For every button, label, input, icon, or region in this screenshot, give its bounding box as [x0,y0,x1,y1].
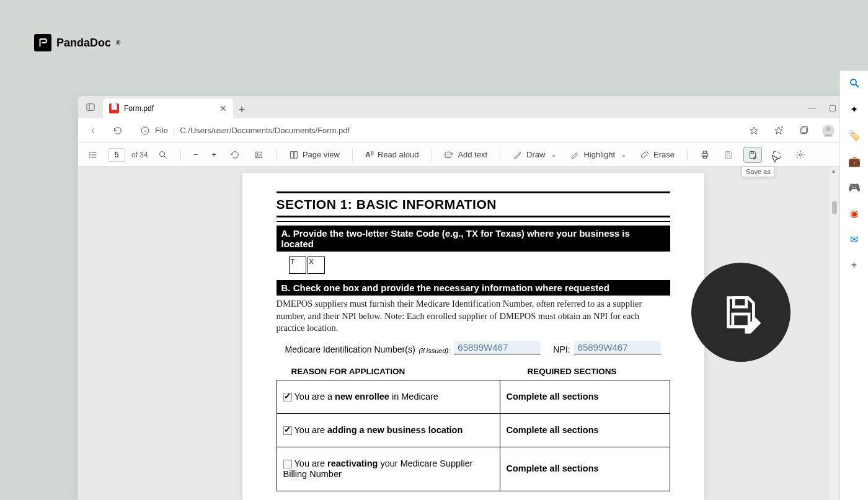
scroll-thumb[interactable] [832,201,837,214]
checkbox[interactable] [283,393,292,401]
svg-point-15 [89,154,90,155]
mid-sublabel: (if issued): [419,347,451,354]
svg-rect-27 [702,153,707,156]
contents-icon[interactable] [84,147,102,162]
office-icon[interactable]: ◉ [848,207,861,219]
required-sections: Complete all sections [507,392,599,401]
svg-rect-0 [87,104,94,111]
profile-avatar[interactable] [820,122,837,139]
tab-close-icon[interactable]: ✕ [219,103,227,113]
svg-rect-32 [751,151,753,153]
print-icon[interactable] [696,147,714,162]
paragraph-b: DMEPOS suppliers must furnish their Medi… [277,298,670,335]
scroll-up-icon[interactable]: ▲ [831,168,836,174]
refresh-button[interactable] [109,122,126,139]
search-icon[interactable] [848,77,861,89]
svg-point-17 [159,151,164,156]
column-headers: REASON FOR APPLICATION REQUIRED SECTIONS [277,367,670,376]
svg-point-36 [851,79,856,85]
pdf-toolbar: of 34 − + Page view A)) Read aloud T Add… [78,143,868,167]
svg-rect-31 [727,156,730,158]
shopping-icon[interactable]: 🏷️ [848,129,861,141]
settings-icon[interactable] [792,147,809,162]
tools-icon[interactable]: 💼 [848,155,861,167]
rotate-icon[interactable] [226,147,244,162]
required-sections: Complete all sections [507,463,599,473]
page-number-input[interactable] [108,148,125,162]
pdf-page: SECTION 1: BASIC INFORMATION A. Provide … [242,173,704,500]
state-box-1[interactable]: T [289,257,306,274]
tab-title: Form.pdf [124,104,154,113]
identifier-fields: Medicare Identification Number(s) (if is… [277,341,670,354]
checkbox[interactable] [283,460,292,468]
svg-rect-28 [703,151,706,153]
bar-a: A. Provide the two-letter State Code (e.… [277,226,670,252]
npi-value[interactable]: 65899W467 [574,341,661,354]
pandadoc-logo-text: PandaDoc [56,37,111,50]
tab-active[interactable]: Form.pdf ✕ [103,99,233,118]
highlight-button[interactable]: Highlight ⌄ [566,147,630,162]
address-bar[interactable]: File | C:/Users/user/Documents/Documents… [134,126,738,136]
state-box-2[interactable]: X [308,257,325,274]
pandadoc-logo: PandaDoc ® [34,34,120,51]
section-title: SECTION 1: BASIC INFORMATION [277,197,670,212]
svg-rect-29 [703,156,706,158]
required-sections: Complete all sections [507,425,599,435]
find-icon[interactable] [154,147,172,162]
info-icon [140,126,150,136]
discover-icon[interactable]: ✦ [848,103,861,115]
window-maximize[interactable]: ▢ [829,103,836,112]
fullscreen-icon[interactable] [768,147,786,162]
save-icon[interactable] [720,147,737,162]
favorite-this-icon[interactable] [745,122,763,139]
chevron-down-icon: ⌄ [551,151,556,158]
application-table: You are a new enrollee in Medicare Compl… [277,380,670,491]
back-button[interactable] [84,122,102,139]
outlook-icon[interactable]: ✉ [848,233,861,245]
sidebar-toggle-icon[interactable] [83,100,98,115]
browser-window: Form.pdf ✕ + — ▢ ✕ File | C:/Users/user/… [78,96,868,500]
svg-point-10 [826,126,830,131]
svg-point-14 [89,152,90,152]
draw-button[interactable]: Draw ⌄ [509,147,560,162]
zoom-out-button[interactable]: − [190,147,202,162]
svg-rect-34 [733,298,746,307]
svg-rect-30 [727,151,729,153]
svg-point-16 [89,157,90,157]
save-illustration [691,263,790,362]
table-row: You are reactivating your Medicare Suppl… [277,447,670,491]
mid-label: Medicare Identification Number(s) [285,344,415,354]
col-required: REQUIRED SECTIONS [500,367,670,376]
svg-text:T: T [447,152,450,157]
pdf-file-icon [109,103,119,113]
edge-sidebar: ✦ 🏷️ 💼 🎮 ◉ ✉ + [839,71,868,500]
svg-rect-22 [294,151,298,158]
svg-rect-21 [291,151,294,158]
pandadoc-logo-mark [34,34,51,51]
page-view-button[interactable]: Page view [285,147,343,162]
collections-icon[interactable] [795,122,812,139]
address-scheme: File [155,126,168,135]
mid-value[interactable]: 65899W467 [454,341,541,354]
svg-point-33 [799,154,802,156]
table-row: You are a new enrollee in Medicare Compl… [277,380,670,413]
save-as-tooltip: Save as [742,166,775,177]
games-icon[interactable]: 🎮 [848,181,861,193]
new-tab-button[interactable]: + [233,101,250,118]
bar-b: B. Check one box and provide the necessa… [277,280,670,296]
sidebar-add-icon[interactable]: + [848,259,861,271]
add-text-button[interactable]: T Add text [440,147,491,162]
save-as-button[interactable]: Save as [743,147,762,163]
read-aloud-button[interactable]: A)) Read aloud [361,147,423,162]
col-reason: REASON FOR APPLICATION [277,367,500,376]
erase-button[interactable]: Erase [636,147,678,162]
checkbox[interactable] [283,426,292,435]
scrollbar[interactable]: ▲ [830,167,838,500]
window-minimize[interactable]: — [808,103,817,112]
favorites-icon[interactable] [770,122,787,139]
page-total: of 34 [131,151,148,159]
zoom-in-button[interactable]: + [208,147,220,162]
svg-rect-8 [802,126,807,132]
fit-page-icon[interactable] [250,147,267,162]
pdf-viewer[interactable]: SECTION 1: BASIC INFORMATION A. Provide … [78,167,868,500]
